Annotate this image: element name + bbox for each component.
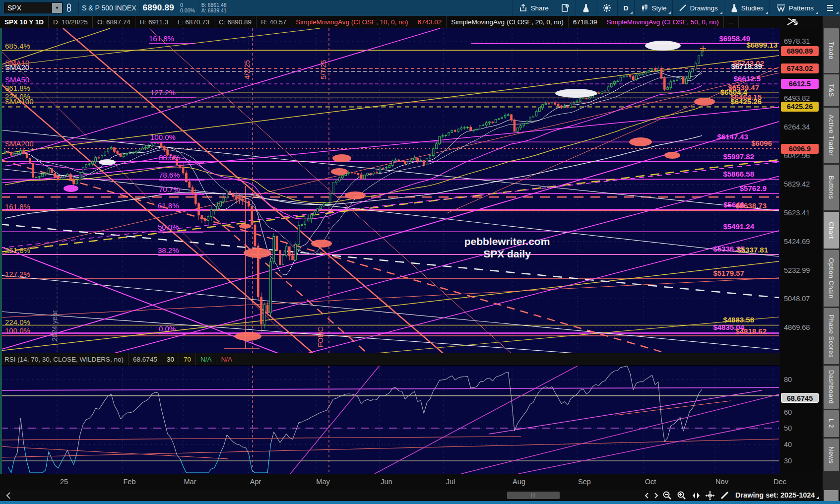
rsi-line-segment[interactable]: [118, 411, 121, 419]
rsi-line-segment[interactable]: [637, 382, 640, 383]
sidebar-tab-phase-scores[interactable]: Phase Scores: [824, 308, 839, 364]
rsi-line-segment[interactable]: [383, 395, 386, 395]
rsi-line-segment[interactable]: [171, 437, 174, 444]
highlight-ellipse[interactable]: [555, 89, 597, 98]
trend-line[interactable]: [0, 160, 779, 252]
rsi-line-segment[interactable]: [305, 419, 308, 420]
active-drawing-tool-icon[interactable]: [719, 491, 731, 501]
rsi-line-segment[interactable]: [208, 469, 211, 473]
rsi-line-segment[interactable]: [430, 391, 433, 399]
rsi-line-segment[interactable]: [536, 391, 539, 396]
rsi-line-segment[interactable]: [493, 377, 496, 381]
rsi-line-segment[interactable]: [530, 402, 533, 404]
rsi-line-segment[interactable]: [17, 418, 20, 452]
rsi-line-segment[interactable]: [296, 423, 299, 432]
rsi-line-segment[interactable]: [661, 419, 664, 442]
trend-line[interactable]: [114, 176, 779, 353]
rsi-line-segment[interactable]: [440, 380, 443, 380]
sidebar-tab-trade[interactable]: Trade: [824, 28, 839, 73]
rsi-line-segment[interactable]: [358, 397, 361, 404]
rsi-line-segment[interactable]: [233, 442, 236, 444]
rsi-line-segment[interactable]: [55, 465, 58, 468]
highlight-ellipse[interactable]: [694, 98, 715, 106]
price-axis[interactable]: 6978.316493.826264.346042.965829.425623.…: [780, 28, 823, 474]
rsi-line-segment[interactable]: [83, 420, 86, 425]
rsi-line-segment[interactable]: [318, 413, 321, 414]
symbol-value[interactable]: SPX: [4, 3, 52, 13]
rsi-line-segment[interactable]: [502, 373, 505, 375]
rsi-line-segment[interactable]: [486, 378, 489, 379]
rsi-line-segment[interactable]: [89, 415, 92, 418]
rsi-line-segment[interactable]: [221, 446, 224, 452]
rsi-line-segment[interactable]: [124, 413, 127, 415]
rsi-line-segment[interactable]: [658, 381, 661, 419]
sidebar-tab-dashboard[interactable]: Dashboard: [824, 366, 839, 409]
rsi-line-segment[interactable]: [427, 399, 430, 402]
rsi-line-segment[interactable]: [280, 438, 283, 442]
rsi-line-segment[interactable]: [517, 419, 520, 423]
sidebar-tab-active-trader[interactable]: Active Trader: [824, 108, 839, 163]
rsi-line-segment[interactable]: [211, 468, 214, 469]
panel-resize-handle[interactable]: [824, 490, 839, 501]
rsi-line-segment[interactable]: [86, 418, 89, 419]
pan-mode-icon[interactable]: [705, 491, 716, 501]
rsi-line-segment[interactable]: [58, 462, 61, 468]
rsi-line-segment[interactable]: [508, 372, 511, 398]
rsi-line-segment[interactable]: [402, 391, 405, 399]
menu-button[interactable]: [820, 0, 840, 16]
rsi-line-segment[interactable]: [533, 396, 536, 402]
rsi-line-segment[interactable]: [561, 401, 564, 403]
rsi-line-segment[interactable]: [543, 387, 546, 388]
sidebar-tab-news[interactable]: News: [824, 439, 839, 471]
rsi-line-segment[interactable]: [8, 467, 11, 473]
rsi-line-segment[interactable]: [52, 459, 55, 465]
rsi-line-segment[interactable]: [690, 408, 693, 412]
rsi-line-segment[interactable]: [77, 435, 80, 453]
rsi-line-segment[interactable]: [477, 382, 480, 387]
highlight-ellipse[interactable]: [645, 41, 681, 51]
rsi-line-segment[interactable]: [674, 421, 677, 424]
rsi-line-segment[interactable]: [605, 377, 608, 381]
rsi-line-segment[interactable]: [368, 399, 371, 401]
highlight-ellipse[interactable]: [239, 224, 251, 229]
rsi-line-segment[interactable]: [467, 377, 470, 388]
rsi-line-segment[interactable]: [302, 420, 305, 422]
rsi-line-segment[interactable]: [161, 408, 164, 421]
studies-button[interactable]: Studies: [724, 0, 770, 16]
rsi-line-segment[interactable]: [333, 398, 336, 399]
rsi-line-segment[interactable]: [371, 399, 374, 401]
rsi-line-segment[interactable]: [49, 451, 52, 459]
rsi-line-segment[interactable]: [615, 371, 618, 371]
fit-width-icon[interactable]: [691, 491, 703, 501]
rsi-line-segment[interactable]: [555, 392, 558, 398]
rsi-line-segment[interactable]: [311, 416, 314, 417]
rsi-line-segment[interactable]: [464, 377, 467, 377]
scrollbar-thumb[interactable]: |||: [507, 492, 560, 499]
rsi-overlay-line[interactable]: [489, 390, 762, 434]
rsi-line-segment[interactable]: [618, 368, 621, 371]
rsi-overlay-line[interactable]: [375, 366, 578, 474]
drawing-set-selector[interactable]: Drawing set: 2025-1024: [735, 491, 815, 499]
rsi-line-segment[interactable]: [592, 384, 595, 386]
rsi-line-segment[interactable]: [99, 405, 102, 409]
rsi-line-segment[interactable]: [414, 391, 417, 401]
sidebar-tab-t-s[interactable]: T&S: [824, 74, 839, 106]
rsi-line-segment[interactable]: [21, 418, 24, 444]
rsi-line-segment[interactable]: [11, 459, 14, 473]
rsi-overlay-line[interactable]: [0, 439, 779, 457]
rsi-line-segment[interactable]: [558, 398, 561, 403]
trend-line[interactable]: [0, 275, 779, 350]
rsi-line-segment[interactable]: [458, 377, 461, 378]
zoom-out-icon[interactable]: [662, 491, 674, 501]
rsi-line-segment[interactable]: [399, 391, 402, 391]
rsi-line-segment[interactable]: [70, 458, 73, 465]
trend-line[interactable]: [0, 162, 779, 248]
rsi-line-segment[interactable]: [574, 394, 577, 397]
rsi-overlay-line[interactable]: [290, 366, 380, 474]
rsi-line-segment[interactable]: [683, 422, 686, 431]
rsi-line-segment[interactable]: [446, 378, 449, 379]
highlight-ellipse[interactable]: [235, 332, 261, 341]
rsi-line-segment[interactable]: [92, 408, 95, 415]
rsi-line-segment[interactable]: [452, 376, 455, 380]
rsi-line-segment[interactable]: [361, 401, 364, 404]
